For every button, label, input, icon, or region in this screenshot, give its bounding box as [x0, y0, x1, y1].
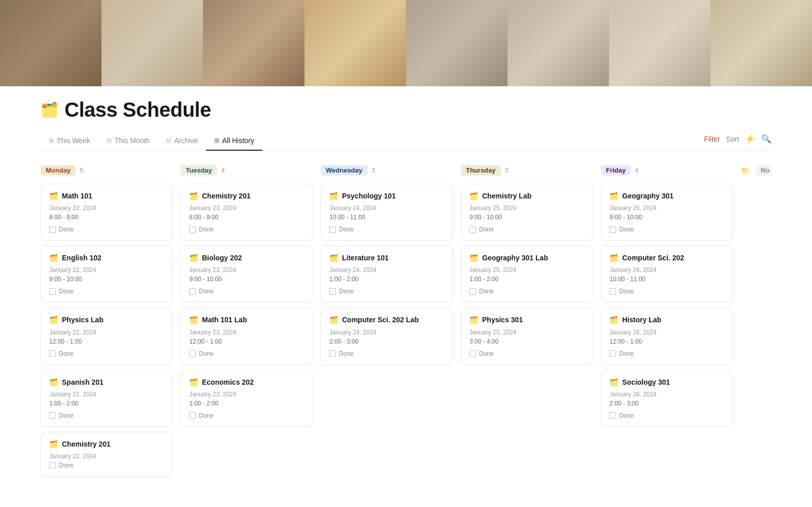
card-english102[interactable]: 🗂️ English 102 January 22, 2024 9:00 - 1… — [41, 246, 173, 302]
tab-this-month[interactable]: ⊟ This Month — [98, 131, 158, 151]
card-time: 1:00 - 2:00 — [49, 400, 164, 407]
card-title: Sociology 301 — [622, 378, 670, 387]
column-noday-header: 📁 No Day 0 — [741, 163, 771, 178]
done-label: Done — [479, 350, 494, 357]
card-title: Literature 101 — [342, 253, 389, 262]
card-physics301[interactable]: 🗂️ Physics 301 January 25, 2024 3:00 - 4… — [461, 308, 593, 364]
banner-seg-8 — [710, 0, 812, 86]
friday-count: 4 — [635, 166, 638, 174]
done-checkbox[interactable] — [189, 226, 196, 233]
done-label: Done — [619, 226, 634, 233]
card-compsci202lab[interactable]: 🗂️ Computer Sci. 202 Lab January 24, 202… — [321, 308, 453, 364]
noday-label: No Day — [756, 165, 771, 176]
card-date: January 25, 2024 — [469, 266, 584, 274]
done-checkbox[interactable] — [49, 350, 56, 357]
card-time: 12:00 - 1:00 — [610, 338, 724, 345]
tab-archive[interactable]: ⊟ Archive — [158, 131, 206, 151]
done-checkbox[interactable] — [49, 288, 56, 295]
card-economics202[interactable]: 🗂️ Economics 202 January 23, 2024 1:00 -… — [181, 370, 313, 427]
card-sociology301[interactable]: 🗂️ Sociology 301 January 26, 2024 2:00 -… — [601, 370, 733, 427]
done-label: Done — [339, 288, 354, 295]
done-label: Done — [339, 226, 354, 233]
card-chemistry201-tue[interactable]: 🗂️ Chemistry 201 January 23, 2024 8:00 -… — [181, 184, 313, 241]
card-icon: 🗂️ — [49, 192, 58, 200]
card-time: 12:00 - 1:00 — [49, 338, 164, 345]
card-icon: 🗂️ — [49, 254, 58, 262]
card-biology202[interactable]: 🗂️ Biology 202 January 23, 2024 9:00 - 1… — [181, 246, 313, 302]
card-psychology101[interactable]: 🗂️ Psychology 101 January 24, 2024 10:00… — [321, 184, 453, 241]
card-title: Computer Sci. 202 — [622, 253, 684, 262]
card-spanish201[interactable]: 🗂️ Spanish 201 January 22, 2024 1:00 - 2… — [41, 370, 173, 427]
done-checkbox[interactable] — [189, 350, 196, 357]
card-icon: 🗂️ — [189, 378, 198, 386]
lightning-icon[interactable]: ⚡ — [745, 134, 755, 144]
card-icon: 🗂️ — [610, 254, 618, 262]
done-checkbox[interactable] — [610, 288, 616, 295]
done-checkbox[interactable] — [49, 412, 56, 419]
column-thursday-header: Thursday 3 — [461, 163, 593, 178]
done-checkbox[interactable] — [49, 462, 56, 468]
card-title: Biology 202 — [202, 253, 242, 262]
card-physicslab[interactable]: 🗂️ Physics Lab January 22, 2024 12:00 - … — [41, 308, 173, 364]
title-row: 🗂️ Class Schedule — [41, 98, 771, 121]
friday-label: Friday — [601, 165, 631, 176]
card-icon: 🗂️ — [49, 378, 58, 386]
card-date: January 22, 2024 — [49, 266, 164, 274]
card-literature101[interactable]: 🗂️ Literature 101 January 24, 2024 1:00 … — [321, 246, 453, 302]
card-date: January 22, 2024 — [49, 391, 164, 398]
noday-icon: 📁 — [741, 166, 750, 175]
done-checkbox[interactable] — [49, 226, 56, 233]
card-title: Physics Lab — [62, 315, 104, 324]
thursday-count: 3 — [505, 166, 509, 174]
card-time: 9:00 - 10:00 — [610, 214, 724, 221]
card-math101lab[interactable]: 🗂️ Math 101 Lab January 23, 2024 12:00 -… — [181, 308, 313, 364]
search-icon[interactable]: 🔍 — [761, 134, 771, 144]
done-checkbox[interactable] — [610, 350, 616, 357]
card-icon: 🗂️ — [469, 316, 478, 324]
card-date: January 26, 2024 — [610, 266, 724, 274]
monday-count: 5 — [80, 166, 83, 174]
card-chemistrylab[interactable]: 🗂️ Chemistry Lab January 25, 2024 9:00 -… — [461, 184, 593, 241]
done-checkbox[interactable] — [329, 226, 336, 233]
column-tuesday-header: Tuesday 4 — [181, 163, 313, 178]
card-time: 3:00 - 4:00 — [469, 338, 584, 345]
banner-seg-5 — [406, 0, 507, 86]
card-time: 10:00 - 11:00 — [610, 276, 724, 283]
done-checkbox[interactable] — [469, 288, 476, 295]
card-date: January 24, 2024 — [329, 205, 444, 212]
done-label: Done — [199, 288, 214, 295]
banner-seg-2 — [101, 0, 203, 86]
done-checkbox[interactable] — [610, 412, 616, 419]
card-icon: 🗂️ — [189, 316, 198, 324]
card-title: Spanish 201 — [62, 378, 104, 387]
card-date: January 23, 2024 — [189, 329, 304, 336]
done-label: Done — [59, 462, 74, 469]
column-noday: 📁 No Day 0 — [741, 163, 771, 184]
done-checkbox[interactable] — [189, 412, 196, 419]
done-checkbox[interactable] — [329, 350, 336, 357]
card-title: Chemistry Lab — [482, 191, 531, 200]
card-icon: 🗂️ — [329, 254, 338, 262]
sort-button[interactable]: Sort — [726, 135, 739, 143]
card-historylab[interactable]: 🗂️ History Lab January 26, 2024 12:00 - … — [601, 308, 733, 364]
done-checkbox[interactable] — [469, 226, 476, 233]
column-friday: Friday 4 🗂️ Geography 301 January 26, 20… — [601, 163, 733, 432]
card-time: 9:00 - 10:00 — [189, 276, 304, 283]
card-math101[interactable]: 🗂️ Math 101 January 22, 2024 8:00 - 9:00… — [41, 184, 173, 241]
tab-all-history[interactable]: ⊞ All History — [206, 131, 262, 151]
done-checkbox[interactable] — [189, 288, 196, 295]
card-compsci202[interactable]: 🗂️ Computer Sci. 202 January 26, 2024 10… — [601, 246, 733, 302]
tab-all-history-icon: ⊞ — [214, 137, 219, 144]
tab-this-week[interactable]: ⊞ This Week — [41, 131, 98, 151]
card-time: 10:00 - 11:00 — [329, 214, 444, 221]
done-checkbox[interactable] — [329, 288, 336, 295]
done-checkbox[interactable] — [469, 350, 476, 357]
card-geography301lab[interactable]: 🗂️ Geography 301 Lab January 25, 2024 1:… — [461, 246, 593, 302]
card-title: Geography 301 Lab — [482, 253, 548, 262]
card-time: 9:00 - 10:00 — [49, 276, 164, 283]
done-label: Done — [339, 350, 354, 357]
card-geography301[interactable]: 🗂️ Geography 301 January 26, 2024 9:00 -… — [601, 184, 733, 241]
filter-button[interactable]: Filter — [704, 135, 720, 143]
done-checkbox[interactable] — [610, 226, 616, 233]
card-chemistry201-mon[interactable]: 🗂️ Chemistry 201 January 22, 2024 Done — [41, 432, 173, 477]
